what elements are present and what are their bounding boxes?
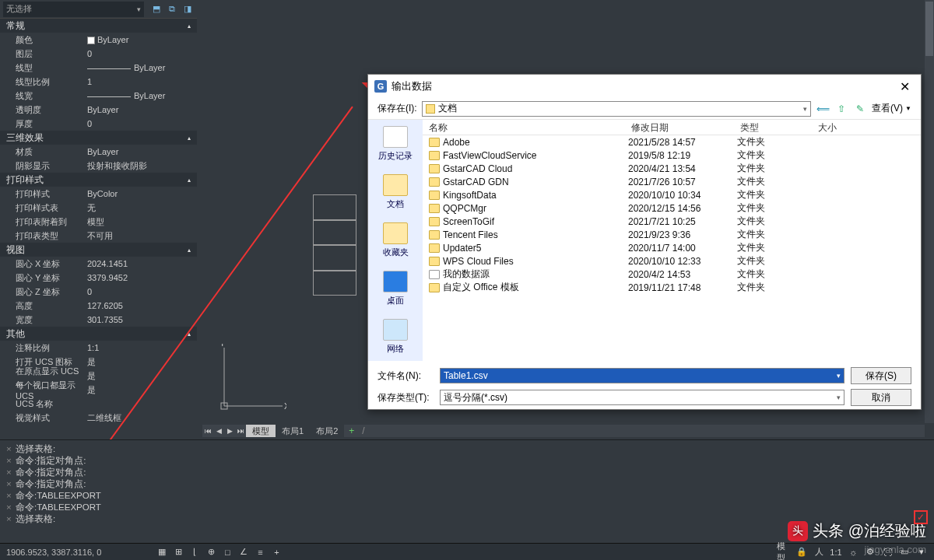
property-row[interactable]: 视觉样式二维线框 [0, 411, 197, 425]
up-icon[interactable]: ⇧ [834, 102, 848, 116]
file-row[interactable]: WPS Cloud Files2020/10/10 12:33文件夹 [423, 254, 921, 268]
annoscale-icon[interactable]: 人 [811, 545, 827, 559]
osnap-icon[interactable]: □ [219, 545, 235, 559]
tab-layout2[interactable]: 布局2 [310, 425, 344, 437]
property-row[interactable]: 图层0 [0, 47, 197, 61]
grid-icon[interactable]: ▦ [154, 545, 170, 559]
view-menu[interactable]: 查看(V)▼ [872, 102, 911, 115]
ortho-icon[interactable]: ⌊ [187, 545, 202, 559]
file-row[interactable]: 自定义 Office 模板2019/11/21 17:48文件夹 [423, 281, 921, 294]
places-item[interactable]: 收藏夹 [383, 216, 409, 264]
file-row[interactable]: Adobe2021/5/28 14:57文件夹 [423, 135, 921, 149]
dialog-toolbar: 保存在(I): 文档 ⟸ ⇧ ✎ 查看(V)▼ [368, 98, 921, 120]
tab-layout1[interactable]: 布局1 [276, 425, 310, 437]
places-item[interactable]: 历史记录 [378, 120, 413, 168]
annovisible-icon[interactable]: ☼ [845, 545, 861, 559]
filetype-label: 保存类型(T): [377, 391, 434, 404]
property-row[interactable]: 材质ByLayer [0, 145, 197, 159]
tab-last-icon[interactable]: ⏭ [235, 427, 246, 435]
property-row[interactable]: 打印样式表无 [0, 201, 197, 215]
command-line: ×命令:TABLEEXPORT [6, 490, 928, 502]
property-row[interactable]: 高度127.6205 [0, 299, 197, 313]
file-row[interactable]: FastViewCloudService2019/5/8 12:19文件夹 [423, 149, 921, 162]
folder-icon [426, 104, 435, 114]
otrack-icon[interactable]: ∠ [236, 545, 251, 559]
lock-icon[interactable]: 🔒 [794, 545, 809, 559]
command-line: ×命令:TABLEEXPORT [6, 502, 928, 513]
snap-icon[interactable]: ⊞ [170, 545, 186, 559]
tab-model[interactable]: 模型 [246, 425, 276, 437]
dialog-footer: 文件名(N): Table1.csv 保存(S) 保存类型(T): 逗号分隔(*… [368, 361, 921, 409]
select-objects-icon[interactable]: ◨ [181, 3, 194, 16]
dyn-icon[interactable]: + [269, 545, 284, 559]
lineweight-icon[interactable]: ≡ [252, 545, 268, 559]
filename-input[interactable]: Table1.csv [440, 368, 844, 383]
cancel-button[interactable]: 取消 [851, 389, 911, 406]
location-dropdown[interactable]: 文档 [422, 101, 811, 117]
dialog-titlebar: G 输出数据 ✕ [368, 75, 921, 98]
places-item[interactable]: 桌面 [383, 264, 408, 313]
property-row[interactable]: 颜色ByLayer [0, 33, 197, 47]
tab-next-icon[interactable]: ▶ [224, 427, 235, 435]
polar-icon[interactable]: ⊕ [203, 545, 219, 559]
file-row[interactable]: Tencent Files2021/9/23 9:36文件夹 [423, 228, 921, 241]
places-item[interactable]: 文档 [383, 168, 408, 216]
file-row[interactable]: GstarCAD GDN2021/7/26 10:57文件夹 [423, 175, 921, 188]
tab-prev-icon[interactable]: ◀ [213, 427, 224, 435]
properties-header: 无选择 ⬒ ⧉ ◨ [0, 0, 197, 19]
property-row[interactable]: 阴影显示投射和接收阴影 [0, 159, 197, 173]
scale-readout[interactable]: 1:1 [828, 545, 844, 559]
tab-first-icon[interactable]: ⏮ [202, 427, 213, 435]
selection-dropdown[interactable]: 无选择 [3, 2, 144, 17]
file-row[interactable]: 我的数据源2020/4/2 14:53文件夹 [423, 268, 921, 281]
property-row[interactable]: 宽度301.7355 [0, 313, 197, 327]
close-icon[interactable]: ✕ [895, 79, 915, 94]
property-row[interactable]: 线型比例1 [0, 75, 197, 89]
model-toggle[interactable]: 模型 [777, 545, 792, 559]
save-button[interactable]: 保存(S) [851, 367, 911, 384]
filetype-dropdown[interactable]: 逗号分隔(*.csv) [440, 390, 844, 405]
property-row[interactable]: 圆心 Z 坐标0 [0, 285, 197, 299]
file-list[interactable]: 名称 修改日期 类型 大小 Adobe2021/5/28 14:57文件夹Fas… [423, 120, 921, 361]
property-row[interactable]: 圆心 X 坐标2024.1451 [0, 257, 197, 271]
property-row[interactable]: 注释比例1:1 [0, 341, 197, 355]
places-item[interactable]: 网络 [383, 313, 408, 361]
toutiao-icon: 头 [788, 521, 808, 541]
watermark-brand: 头 头条 @泊经验啦 [788, 520, 926, 541]
vertical-scrollbar[interactable] [925, 0, 934, 423]
section-other[interactable]: 其他▴ [0, 327, 197, 341]
property-row[interactable]: UCS 名称 [0, 397, 197, 411]
property-row[interactable]: 圆心 Y 坐标3379.9452 [0, 271, 197, 285]
section-general[interactable]: 常规▴ [0, 19, 197, 33]
file-list-header[interactable]: 名称 修改日期 类型 大小 [423, 120, 921, 135]
new-folder-icon[interactable]: ✎ [853, 102, 867, 116]
file-row[interactable]: QQPCMgr2020/12/15 14:56文件夹 [423, 201, 921, 215]
property-row[interactable]: 打印样式ByColor [0, 187, 197, 201]
property-row[interactable]: 厚度0 [0, 117, 197, 131]
section-view[interactable]: 视图▴ [0, 243, 197, 257]
layout-tabs-bar: ⏮ ◀ ▶ ⏭ 模型 布局1 布局2 + / [202, 425, 925, 437]
tab-add-icon[interactable]: + [344, 425, 359, 436]
svg-text:X: X [284, 401, 286, 411]
property-row[interactable]: 打印表类型不可用 [0, 229, 197, 243]
drawing-object-table[interactable] [313, 194, 356, 296]
property-row[interactable]: 打印表附着到模型 [0, 215, 197, 229]
pick-add-icon[interactable]: ⬒ [150, 3, 163, 16]
property-row[interactable]: 线宽ByLayer [0, 89, 197, 103]
file-row[interactable]: KingsoftData2020/10/10 10:34文件夹 [423, 188, 921, 201]
property-row[interactable]: 透明度ByLayer [0, 103, 197, 117]
property-row[interactable]: 每个视口都显示 UCS是 [0, 383, 197, 397]
section-print[interactable]: 打印样式▴ [0, 173, 197, 187]
file-row[interactable]: Updater52020/11/7 14:00文件夹 [423, 241, 921, 254]
file-row[interactable]: GstarCAD Cloud2020/4/21 13:54文件夹 [423, 162, 921, 175]
section-threed[interactable]: 三维效果▴ [0, 131, 197, 145]
watermark-site: jingyanla.com [865, 544, 927, 555]
command-line: ×命令:指定对角点: [6, 478, 928, 490]
save-in-label: 保存在(I): [377, 102, 417, 115]
properties-panel: 无选择 ⬒ ⧉ ◨ 常规▴颜色ByLayer图层0线型ByLayer线型比例1线… [0, 0, 197, 439]
property-row[interactable]: 线型ByLayer [0, 61, 197, 75]
back-icon[interactable]: ⟸ [816, 102, 830, 116]
quick-select-icon[interactable]: ⧉ [166, 3, 178, 16]
file-row[interactable]: ScreenToGif2021/7/21 10:25文件夹 [423, 215, 921, 228]
ucs-icon: X Y [216, 344, 286, 414]
